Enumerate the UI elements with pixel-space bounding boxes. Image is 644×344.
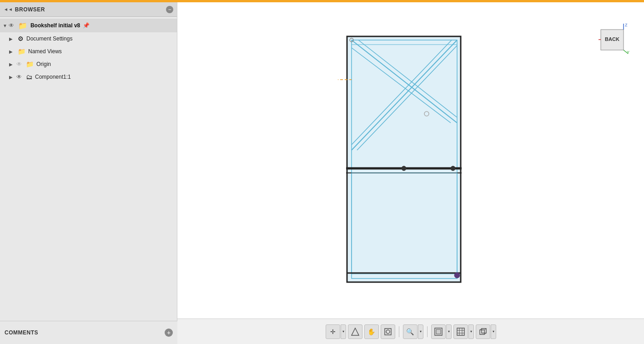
tree-item-document-settings[interactable]: ▶ ⚙ Document Settings xyxy=(0,32,177,45)
collapse-arrow-icon[interactable]: ◄◄ xyxy=(4,7,13,12)
sketch-button[interactable] xyxy=(348,324,362,339)
browser-panel: ◄◄ BROWSER − ▼ 👁 📁 Bookshelf initial v8 … xyxy=(0,2,177,321)
component-icon: 🗂 xyxy=(26,73,32,81)
zoom-dropdown[interactable]: ▾ xyxy=(418,324,423,339)
zoom-fit-button[interactable] xyxy=(381,324,395,339)
svg-rect-28 xyxy=(385,329,391,335)
origin-label: Origin xyxy=(36,61,51,67)
move-dropdown[interactable]: ▾ xyxy=(341,324,346,339)
svg-point-13 xyxy=(402,166,406,171)
svg-point-29 xyxy=(386,330,390,334)
svg-text:Z: Z xyxy=(625,23,628,27)
folder-icon-named-views: 📁 xyxy=(18,48,25,55)
view-cube-dropdown[interactable]: ▾ xyxy=(491,324,496,339)
hand-button[interactable]: ✋ xyxy=(364,324,379,339)
origin-expand[interactable]: ▶ xyxy=(9,62,16,67)
svg-point-16 xyxy=(454,273,460,278)
tree-item-component[interactable]: ▶ 👁 🗂 Component1:1 xyxy=(0,71,177,83)
grid-button[interactable] xyxy=(453,324,468,339)
display-button[interactable] xyxy=(431,324,446,339)
svg-rect-0 xyxy=(347,36,461,282)
comments-label: COMMENTS xyxy=(5,329,38,336)
browser-minimize-button[interactable]: − xyxy=(166,6,173,13)
browser-tree: ▼ 👁 📁 Bookshelf initial v8 📌 ▶ ⚙ Documen… xyxy=(0,17,177,85)
bookshelf-drawing xyxy=(338,32,483,291)
doc-settings-label: Document Settings xyxy=(26,35,72,42)
browser-header: ◄◄ BROWSER − xyxy=(0,2,177,17)
root-pin-icon[interactable]: 📌 xyxy=(83,22,90,29)
root-folder-icon: 📁 xyxy=(18,21,27,30)
svg-text:Y: Y xyxy=(627,50,629,55)
component-eye-icon[interactable]: 👁 xyxy=(16,74,25,80)
move-button[interactable]: ✛ xyxy=(326,324,340,339)
component-label: Component1:1 xyxy=(35,74,71,80)
view-cube-button[interactable] xyxy=(476,324,490,339)
named-views-label: Named Views xyxy=(28,48,62,55)
origin-eye-icon[interactable]: 👁 xyxy=(16,61,25,67)
comments-add-button[interactable]: + xyxy=(165,329,173,337)
grid-dropdown[interactable]: ▾ xyxy=(468,324,474,339)
toolbar-group-display: ▾ xyxy=(431,324,452,339)
svg-rect-37 xyxy=(480,330,484,334)
comments-panel: COMMENTS + xyxy=(0,321,177,344)
svg-point-14 xyxy=(451,166,455,171)
gear-icon: ⚙ xyxy=(18,35,24,42)
browser-header-left: ◄◄ BROWSER xyxy=(4,6,45,13)
svg-rect-31 xyxy=(436,329,441,334)
root-eye-icon[interactable]: 👁 xyxy=(9,22,17,29)
toolbar-group-view: ▾ xyxy=(476,324,496,339)
browser-title: BROWSER xyxy=(15,6,45,13)
root-expand-arrow[interactable]: ▼ xyxy=(3,23,7,28)
tree-item-origin[interactable]: ▶ 👁 📁 Origin xyxy=(0,58,177,71)
display-dropdown[interactable]: ▾ xyxy=(446,324,452,339)
component-expand[interactable]: ▶ xyxy=(9,75,16,80)
svg-rect-36 xyxy=(457,328,464,335)
orientation-cube[interactable]: BACK Z X Y xyxy=(599,23,630,55)
toolbar-group-zoom: 🔍 ▾ xyxy=(403,324,423,339)
zoom-button[interactable]: 🔍 xyxy=(403,324,418,339)
tree-root-item[interactable]: ▼ 👁 📁 Bookshelf initial v8 📌 xyxy=(0,19,177,32)
toolbar-sep-1 xyxy=(399,326,399,337)
doc-settings-expand[interactable]: ▶ xyxy=(9,36,16,41)
toolbar-group-grid: ▾ xyxy=(453,324,474,339)
root-item-label: Bookshelf initial v8 xyxy=(30,22,80,29)
tree-item-named-views[interactable]: ▶ 📁 Named Views xyxy=(0,45,177,58)
named-views-expand[interactable]: ▶ xyxy=(9,49,16,54)
cube-back-label: BACK xyxy=(605,36,619,42)
toolbar-sep-2 xyxy=(427,326,428,337)
toolbar-group-move: ✛ ▾ xyxy=(326,324,346,339)
svg-marker-27 xyxy=(352,328,359,335)
canvas-area[interactable]: BACK Z X Y xyxy=(177,5,644,319)
bottom-toolbar: ✛ ▾ ✋ 🔍 ▾ xyxy=(177,319,644,344)
folder-icon-origin: 📁 xyxy=(26,61,34,68)
